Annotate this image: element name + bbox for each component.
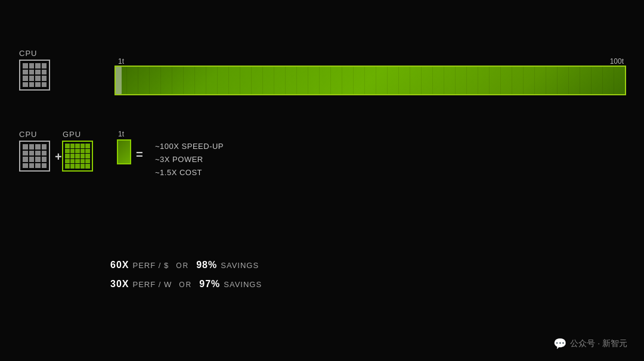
equals-sign: =: [136, 148, 143, 161]
bar-1t-bottom: 1t: [118, 130, 124, 138]
speedup-line-2: ~3X POWER: [155, 155, 224, 164]
bar-start-label: 1t: [118, 57, 124, 66]
stats-section: 60X PERF / $ OR 98% SAVINGS 30X PERF / W…: [110, 260, 262, 290]
bar-end-label: 100t: [610, 57, 624, 66]
result-bar: [117, 139, 131, 164]
plus-sign: +: [55, 150, 62, 164]
cpu-chip-bottom: [19, 141, 50, 172]
stat1-savings-value: 98%: [196, 260, 217, 270]
wechat-icon: 💬: [553, 337, 566, 350]
stat2-label: PERF / W: [132, 280, 172, 289]
stat-row-1: 60X PERF / $ OR 98% SAVINGS: [110, 260, 262, 270]
cpu-bar: [114, 66, 626, 95]
cpu-top-label: CPU: [19, 49, 37, 58]
watermark-text: 公众号 · 新智元: [570, 338, 627, 349]
wechat-watermark: 💬 公众号 · 新智元: [553, 337, 627, 350]
cpu-chip-top: [19, 60, 50, 91]
gpu-chip-bottom: [62, 141, 93, 172]
stat2-value: 30X: [110, 279, 129, 290]
stat-row-2: 30X PERF / W OR 97% SAVINGS: [110, 279, 262, 290]
gpu-bottom-label: GPU: [63, 130, 81, 139]
stat1-or: OR: [176, 262, 189, 270]
cpu-bottom-label: CPU: [19, 130, 37, 139]
speedup-line-3: ~1.5X COST: [155, 168, 224, 177]
stat2-savings-label: SAVINGS: [224, 280, 262, 289]
stat1-value: 60X: [110, 260, 129, 270]
speedup-line-1: ~100X SPEED-UP: [155, 142, 224, 151]
stat2-or: OR: [179, 281, 192, 289]
speedup-text: ~100X SPEED-UP ~3X POWER ~1.5X COST: [155, 142, 224, 177]
stat1-label: PERF / $: [132, 261, 169, 270]
stat2-savings-value: 97%: [199, 279, 220, 290]
stat1-savings-label: SAVINGS: [221, 261, 259, 270]
main-container: CPU 1t 100t CPU GP: [0, 0, 644, 361]
